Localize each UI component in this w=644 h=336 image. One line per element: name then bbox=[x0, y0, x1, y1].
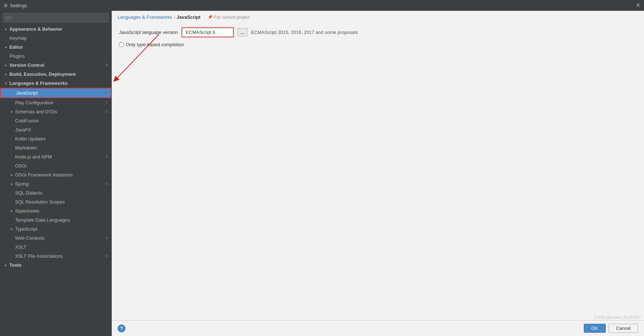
dots-button[interactable]: ... bbox=[238, 28, 247, 36]
sidebar-item-languages-frameworks[interactable]: ▼Languages & Frameworks bbox=[0, 79, 111, 88]
sidebar-item-label-coldfusion: ColdFusion bbox=[15, 118, 109, 123]
cancel-button[interactable]: Cancel bbox=[609, 324, 638, 333]
sidebar-item-label-keymap: Keymap bbox=[9, 35, 109, 41]
sidebar-item-osgi-framework[interactable]: ►OSGi Framework Instances bbox=[0, 170, 111, 179]
checkbox-label[interactable]: Only type-based completion bbox=[126, 42, 184, 47]
arrow-spring: ► bbox=[10, 182, 15, 186]
checkbox-row: Only type-based completion bbox=[119, 42, 637, 47]
sidebar-item-play-configuration[interactable]: Play Configuration⚙ bbox=[0, 98, 111, 107]
breadcrumb-bar: Languages & Frameworks › JavaScript 📌 Fo… bbox=[112, 11, 644, 22]
sidebar-item-label-javafx: JavaFX bbox=[15, 127, 109, 132]
sidebar-item-coldfusion[interactable]: ColdFusion bbox=[0, 116, 111, 125]
dialog-body: Q ►Appearance & BehaviorKeymap►EditorPlu… bbox=[0, 11, 644, 336]
sidebar-item-appearance[interactable]: ►Appearance & Behavior bbox=[0, 25, 111, 34]
settings-icon-xslt-file: ⚙ bbox=[105, 254, 109, 258]
sidebar-item-xslt[interactable]: XSLT bbox=[0, 243, 111, 252]
sidebar-item-plugins[interactable]: Plugins bbox=[0, 52, 111, 61]
sidebar-item-markdown[interactable]: Markdown bbox=[0, 143, 111, 152]
sidebar: Q ►Appearance & BehaviorKeymap►EditorPlu… bbox=[0, 11, 112, 336]
breadcrumb-current: JavaScript bbox=[177, 14, 200, 20]
sidebar-item-xslt-file[interactable]: XSLT File Associations⚙ bbox=[0, 252, 111, 261]
search-input[interactable] bbox=[9, 15, 106, 20]
sidebar-item-template-data[interactable]: Template Data Languages bbox=[0, 215, 111, 224]
sidebar-item-nodejs-npm[interactable]: Node.js and NPM⚙ bbox=[0, 152, 111, 161]
settings-icon-play-configuration: ⚙ bbox=[105, 100, 109, 105]
ecmascript-description: ECMAScript 2015, 2016, 2017 and some pro… bbox=[251, 30, 358, 35]
sidebar-items-container: ►Appearance & BehaviorKeymap►EditorPlugi… bbox=[0, 25, 111, 270]
ok-button[interactable]: OK bbox=[584, 324, 606, 333]
sidebar-item-sql-resolution[interactable]: SQL Resolution Scopes bbox=[0, 197, 111, 206]
help-button[interactable]: ? bbox=[118, 324, 125, 332]
sidebar-item-javafx[interactable]: JavaFX bbox=[0, 125, 111, 134]
sidebar-item-label-version-control: Version Control bbox=[9, 62, 103, 68]
content-area: JavaScript language version ECMAScript 5… bbox=[112, 22, 644, 320]
for-current-project: 📌 For current project bbox=[208, 15, 250, 20]
title-bar-title: Settings bbox=[10, 3, 27, 8]
bottom-left: ? bbox=[118, 324, 125, 332]
bottom-right: OK Cancel bbox=[584, 324, 638, 333]
sidebar-item-keymap[interactable]: Keymap bbox=[0, 34, 111, 43]
sidebar-item-label-plugins: Plugins bbox=[9, 53, 109, 59]
language-version-row: JavaScript language version ECMAScript 5… bbox=[119, 27, 637, 38]
breadcrumb-separator: › bbox=[174, 14, 175, 20]
settings-icon-web-contexts: ⚙ bbox=[105, 236, 109, 240]
annotation-arrow bbox=[112, 22, 644, 320]
sidebar-item-label-template-data: Template Data Languages bbox=[15, 217, 109, 223]
sidebar-item-editor[interactable]: ►Editor bbox=[0, 43, 111, 52]
sidebar-item-label-languages-frameworks: Languages & Frameworks bbox=[9, 80, 109, 86]
sidebar-item-label-editor: Editor bbox=[9, 44, 109, 50]
sidebar-item-label-osgi: OSGi bbox=[15, 163, 109, 169]
bottom-bar: ? OK Cancel bbox=[112, 320, 644, 336]
type-based-checkbox[interactable] bbox=[119, 42, 124, 47]
close-button[interactable]: ✕ bbox=[636, 3, 640, 8]
sidebar-item-label-typescript: TypeScript bbox=[15, 226, 109, 232]
arrow-languages-frameworks: ▼ bbox=[4, 81, 9, 85]
sidebar-item-label-play-configuration: Play Configuration bbox=[15, 100, 103, 105]
sidebar-item-web-contexts[interactable]: Web Contexts⚙ bbox=[0, 234, 111, 243]
sidebar-item-sql-dialects[interactable]: SQL Dialects bbox=[0, 188, 111, 197]
search-box[interactable]: Q bbox=[3, 13, 109, 22]
title-bar-left: ⚙ Settings bbox=[4, 3, 27, 8]
sidebar-item-version-control[interactable]: ►Version Control⚙ bbox=[0, 61, 111, 70]
settings-icon-schemas-dtds: ⚙ bbox=[105, 109, 109, 114]
search-icon: Q bbox=[5, 16, 9, 20]
sidebar-item-label-schemas-dtds: Schemas and DTDs bbox=[15, 109, 103, 114]
settings-icon-spring: ⚙ bbox=[105, 182, 109, 186]
settings-icon-nodejs-npm: ⚙ bbox=[105, 154, 109, 159]
sidebar-item-kotlin-updates[interactable]: Kotlin Updates bbox=[0, 134, 111, 143]
sidebar-item-label-javascript: JavaScript bbox=[16, 90, 103, 96]
settings-icon: ⚙ bbox=[4, 3, 8, 8]
sidebar-item-typescript[interactable]: ►TypeScript bbox=[0, 224, 111, 234]
sidebar-item-label-xslt-file: XSLT File Associations bbox=[15, 253, 103, 259]
sidebar-item-schemas-dtds[interactable]: ►Schemas and DTDs⚙ bbox=[0, 107, 111, 116]
arrow-appearance: ► bbox=[4, 27, 9, 31]
sidebar-item-label-nodejs-npm: Node.js and NPM bbox=[15, 154, 103, 160]
sidebar-item-tools[interactable]: ►Tools bbox=[0, 261, 111, 270]
sidebar-item-label-xslt: XSLT bbox=[15, 244, 109, 250]
dropdown-wrapper: ECMAScript 5.1 ECMAScript 6 ECMAScript 2… bbox=[181, 27, 234, 38]
sidebar-item-osgi[interactable]: OSGi bbox=[0, 161, 111, 170]
arrow-version-control: ► bbox=[4, 63, 9, 67]
title-bar: ⚙ Settings ✕ bbox=[0, 0, 644, 11]
watermark: CSDN @weixin_51297617 bbox=[594, 315, 641, 319]
language-version-dropdown[interactable]: ECMAScript 5.1 ECMAScript 6 ECMAScript 2… bbox=[182, 28, 233, 36]
sidebar-item-label-web-contexts: Web Contexts bbox=[15, 235, 103, 241]
breadcrumb-parent[interactable]: Languages & Frameworks bbox=[118, 14, 172, 20]
arrow-typescript: ► bbox=[10, 227, 15, 231]
sidebar-item-build-execution[interactable]: ►Build, Execution, Deployment bbox=[0, 70, 111, 79]
sidebar-item-label-appearance: Appearance & Behavior bbox=[9, 26, 109, 32]
arrow-stylesheets: ► bbox=[10, 209, 15, 213]
sidebar-item-javascript[interactable]: JavaScript⚙ bbox=[0, 88, 111, 98]
project-icon: 📌 bbox=[208, 15, 213, 19]
sidebar-item-label-spring: Spring bbox=[15, 181, 103, 187]
sidebar-item-stylesheets[interactable]: ►Stylesheets bbox=[0, 206, 111, 215]
sidebar-item-spring[interactable]: ►Spring⚙ bbox=[0, 179, 111, 188]
arrow-schemas-dtds: ► bbox=[10, 110, 15, 114]
sidebar-item-label-build-execution: Build, Execution, Deployment bbox=[9, 71, 109, 77]
sidebar-item-label-markdown: Markdown bbox=[15, 145, 109, 150]
arrow-build-execution: ► bbox=[4, 72, 9, 76]
language-version-label: JavaScript language version bbox=[119, 30, 178, 35]
arrow-osgi-framework: ► bbox=[10, 173, 15, 177]
arrow-editor: ► bbox=[4, 45, 9, 49]
sidebar-item-label-kotlin-updates: Kotlin Updates bbox=[15, 136, 109, 141]
